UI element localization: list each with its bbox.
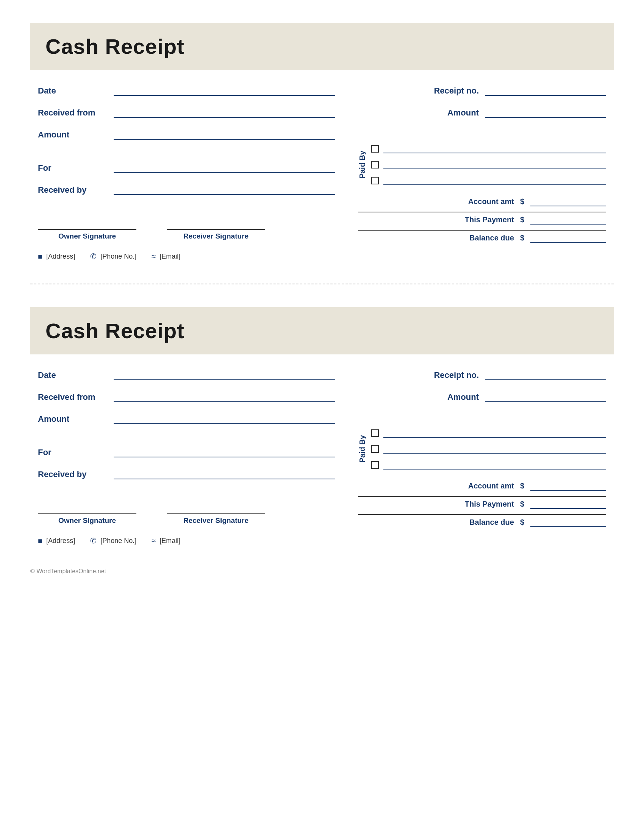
for-row-2: For — [38, 447, 335, 457]
checkbox-2a[interactable] — [371, 429, 379, 437]
received-by-row-2: Received by — [38, 469, 335, 479]
amount-line-2[interactable] — [114, 413, 335, 424]
phone-icon-2: ✆ — [90, 536, 97, 545]
for-label-2: For — [38, 447, 106, 457]
received-from-row-1: Received from — [38, 107, 335, 118]
paid-by-option-1c — [371, 176, 606, 185]
checkbox-1c[interactable] — [371, 177, 379, 184]
receipt-body-2: Date Received from Amount For — [30, 370, 614, 545]
paid-by-line-2b[interactable] — [383, 444, 606, 453]
owner-sig-label-1: Owner Signature — [58, 232, 116, 240]
watermark-text: © WordTemplatesOnline.net — [30, 568, 614, 575]
dollar-2b: $ — [520, 500, 524, 508]
receipt-divider — [30, 284, 614, 285]
email-item-1: ≈ [Email] — [151, 252, 180, 261]
payment-line-1[interactable] — [530, 215, 606, 225]
right-amount-line-1[interactable] — [485, 107, 606, 118]
receiver-sig-block-1: Receiver Signature — [167, 229, 265, 240]
received-by-line-2[interactable] — [114, 469, 335, 479]
owner-sig-block-1: Owner Signature — [38, 229, 136, 240]
receipt-no-label-2: Receipt no. — [418, 370, 479, 380]
address-text-2: [Address] — [46, 537, 75, 545]
checkbox-1a[interactable] — [371, 145, 379, 153]
for-line-1[interactable] — [114, 162, 335, 173]
received-from-label-1: Received from — [38, 108, 106, 118]
payment-row-2: This Payment $ — [358, 496, 606, 509]
checkbox-1b[interactable] — [371, 161, 379, 169]
balance-line-2[interactable] — [530, 517, 606, 527]
received-by-label-1: Received by — [38, 185, 106, 195]
balance-row-2: Balance due $ — [358, 514, 606, 527]
right-amount-label-2: Amount — [418, 392, 479, 402]
account-section-1: Account amt $ This Payment $ Balance due… — [358, 196, 606, 243]
receiver-sig-block-2: Receiver Signature — [167, 513, 265, 525]
date-line-2[interactable] — [114, 370, 335, 380]
receipt-no-row-1: Receipt no. — [358, 85, 606, 96]
phone-text-2: [Phone No.] — [100, 537, 136, 545]
paid-by-label-1: Paid By — [358, 151, 367, 178]
received-from-label-2: Received from — [38, 392, 106, 402]
checkbox-2c[interactable] — [371, 461, 379, 469]
dollar-2a: $ — [520, 482, 524, 490]
received-from-line-1[interactable] — [114, 107, 335, 118]
balance-line-1[interactable] — [530, 233, 606, 243]
account-amt-line-2[interactable] — [530, 481, 606, 491]
right-amount-row-2: Amount — [358, 391, 606, 402]
right-section-1: Receipt no. Amount Paid By — [358, 85, 606, 261]
right-amount-label-1: Amount — [418, 108, 479, 118]
owner-sig-label-2: Owner Signature — [58, 516, 116, 525]
dollar-2c: $ — [520, 518, 524, 527]
date-label-1: Date — [38, 86, 106, 96]
receipt-body-1: Date Received from Amount For — [30, 85, 614, 261]
receipt-title-1: Cash Receipt — [45, 34, 599, 59]
email-item-2: ≈ [Email] — [151, 537, 180, 545]
owner-sig-block-2: Owner Signature — [38, 513, 136, 525]
email-text-1: [Email] — [159, 252, 180, 261]
received-from-line-2[interactable] — [114, 391, 335, 402]
paid-by-options-2 — [371, 429, 606, 470]
right-amount-line-2[interactable] — [485, 391, 606, 402]
date-line-1[interactable] — [114, 85, 335, 96]
paid-by-line-1a[interactable] — [383, 144, 606, 153]
address-text-1: [Address] — [46, 252, 75, 261]
for-label-1: For — [38, 163, 106, 173]
amount-row-2: Amount — [38, 413, 335, 424]
signature-section-2: Owner Signature Receiver Signature — [38, 510, 335, 525]
address-icon-1: ■ — [38, 252, 42, 261]
paid-by-line-2c[interactable] — [383, 460, 606, 470]
receipt-no-label-1: Receipt no. — [418, 86, 479, 96]
date-label-2: Date — [38, 370, 106, 380]
receiver-sig-line-1 — [167, 229, 265, 230]
balance-label-1: Balance due — [446, 234, 514, 242]
payment-line-2[interactable] — [530, 499, 606, 509]
account-amt-label-2: Account amt — [446, 482, 514, 490]
left-section-2: Date Received from Amount For — [38, 370, 335, 545]
receipt-no-line-2[interactable] — [485, 370, 606, 380]
amount-line-1[interactable] — [114, 129, 335, 140]
receipt-no-line-1[interactable] — [485, 85, 606, 96]
paid-by-line-1b[interactable] — [383, 160, 606, 169]
for-line-2[interactable] — [114, 447, 335, 457]
amount-row-1: Amount — [38, 129, 335, 140]
receipt-no-row-2: Receipt no. — [358, 370, 606, 380]
receipt-1: Cash Receipt Date Received from Amount — [30, 23, 614, 261]
received-by-label-2: Received by — [38, 470, 106, 479]
address-item-2: ■ [Address] — [38, 537, 75, 545]
owner-sig-line-2 — [38, 513, 136, 514]
paid-by-container-1: Paid By — [358, 144, 606, 185]
receipt-2: Cash Receipt Date Received from Amount — [30, 307, 614, 545]
payment-row-1: This Payment $ — [358, 212, 606, 225]
checkbox-2b[interactable] — [371, 445, 379, 453]
paid-by-line-1c[interactable] — [383, 176, 606, 185]
paid-by-option-2c — [371, 460, 606, 470]
account-amt-line-1[interactable] — [530, 196, 606, 206]
email-text-2: [Email] — [159, 537, 180, 545]
paid-by-container-2: Paid By — [358, 429, 606, 470]
phone-item-1: ✆ [Phone No.] — [90, 252, 136, 261]
received-by-line-1[interactable] — [114, 184, 335, 195]
email-icon-2: ≈ — [151, 537, 156, 545]
paid-by-option-1b — [371, 160, 606, 169]
address-icon-2: ■ — [38, 537, 42, 545]
paid-by-line-2a[interactable] — [383, 429, 606, 438]
balance-row-1: Balance due $ — [358, 230, 606, 243]
